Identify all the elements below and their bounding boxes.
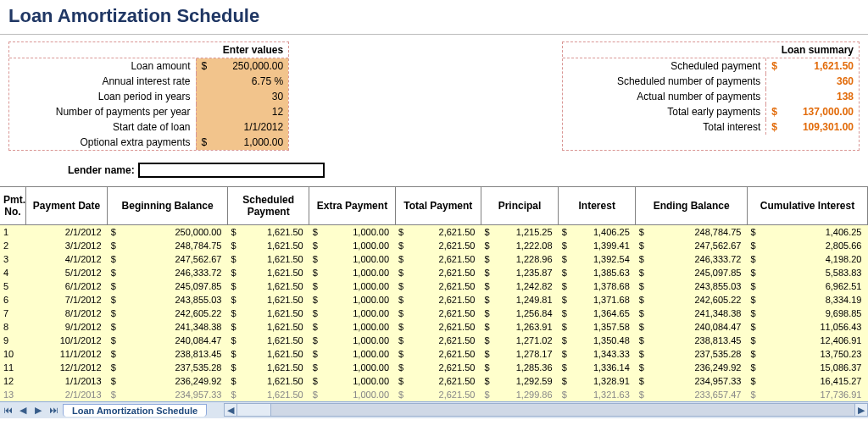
input-label: Loan period in years [9,89,196,104]
cell-end: $245,097.85 [636,266,748,279]
cell-extra: $1,000.00 [309,279,395,293]
lender-name-label: Lender name: [68,164,135,176]
payment-date: 10/1/2012 [25,334,107,347]
cell-beg: $234,957.33 [108,388,228,401]
cell-cum: $13,750.23 [748,347,868,361]
summary-value: 138 [782,89,859,104]
scroll-thumb[interactable] [237,404,271,416]
tab-nav-first[interactable]: ⏮ [0,405,15,415]
cell-prin: $1,299.86 [481,388,558,401]
cell-cum: $16,415.27 [748,374,868,388]
cell-total: $2,621.50 [395,293,481,307]
cell-cum: $6,962.51 [748,279,868,293]
summary-value: 137,000.00 [782,104,859,119]
cell-extra: $1,000.00 [309,266,395,279]
summary-label: Scheduled number of payments [563,74,766,89]
currency-symbol: $ [766,104,782,119]
input-value-cell[interactable]: 1,000.00 [212,135,288,150]
cell-extra: $1,000.00 [309,239,395,252]
cell-beg: $245,097.85 [108,279,228,293]
summary-value: 360 [782,74,859,89]
table-row: 45/1/2012 $246,333.72 $1,621.50 $1,000.0… [0,266,868,279]
pmt-no: 12 [0,374,25,388]
cell-int: $1,406.25 [559,225,636,239]
cell-extra: $1,000.00 [309,293,395,307]
column-header: Principal [481,187,558,225]
cell-beg: $250,000.00 [108,225,228,239]
input-label: Start date of loan [9,119,196,135]
payment-date: 3/1/2012 [25,239,107,252]
cell-prin: $1,285.36 [481,361,558,374]
currency-symbol: $ [196,135,212,150]
cell-int: $1,371.68 [559,293,636,307]
payment-date: 8/1/2012 [25,307,107,320]
cell-total: $2,621.50 [395,320,481,334]
cell-end: $240,084.47 [636,320,748,334]
column-header: Beginning Balance [108,187,228,225]
summary-value: 1,621.50 [782,58,859,74]
scroll-left-button[interactable]: ◀ [224,403,237,417]
payment-date: 4/1/2012 [25,252,107,266]
tab-nav-next[interactable]: ▶ [31,405,46,416]
cell-end: $237,535.28 [636,347,748,361]
lender-name-input[interactable] [138,163,325,178]
cell-cum: $17,736.91 [748,388,868,401]
cell-extra: $1,000.00 [309,374,395,388]
input-value-cell[interactable]: 12 [212,104,288,119]
cell-total: $2,621.50 [395,347,481,361]
cell-extra: $1,000.00 [309,388,395,401]
cell-int: $1,321.63 [559,388,636,401]
cell-beg: $238,813.45 [108,347,228,361]
cell-extra: $1,000.00 [309,361,395,374]
table-row: 56/1/2012 $245,097.85 $1,621.50 $1,000.0… [0,279,868,293]
cell-prin: $1,263.91 [481,320,558,334]
tab-nav-prev[interactable]: ◀ [15,405,31,416]
cell-int: $1,328.91 [559,374,636,388]
sheet-tab-bar: ⏮ ◀ ▶ ⏭ Loan Amortization Schedule ◀ ▶ [0,401,868,418]
input-label: Optional extra payments [9,135,196,150]
cell-sched: $1,621.50 [228,347,309,361]
payment-date: 7/1/2012 [25,293,107,307]
loan-summary-panel: Loan summary Scheduled payment$1,621.50S… [562,41,860,151]
cell-end: $242,605.22 [636,293,748,307]
tab-nav-last[interactable]: ⏭ [46,405,61,415]
payment-date: 1/1/2013 [25,374,107,388]
cell-total: $2,621.50 [395,374,481,388]
cell-end: $236,249.92 [636,361,748,374]
cell-sched: $1,621.50 [228,225,309,239]
cell-sched: $1,621.50 [228,279,309,293]
scroll-right-button[interactable]: ▶ [854,403,868,417]
cell-cum: $4,198.20 [748,252,868,266]
cell-int: $1,336.14 [559,361,636,374]
cell-extra: $1,000.00 [309,252,395,266]
cell-sched: $1,621.50 [228,320,309,334]
pmt-no: 3 [0,252,25,266]
currency-symbol [196,74,212,89]
cell-cum: $1,406.25 [748,225,868,239]
input-label: Annual interest rate [9,74,196,89]
cell-extra: $1,000.00 [309,320,395,334]
cell-total: $2,621.50 [395,361,481,374]
pmt-no: 1 [0,225,25,239]
table-row: 121/1/2013 $236,249.92 $1,621.50 $1,000.… [0,374,868,388]
cell-sched: $1,621.50 [228,266,309,279]
input-value-cell[interactable]: 250,000.00 [212,58,288,74]
cell-int: $1,392.54 [559,252,636,266]
table-row: 67/1/2012 $243,855.03 $1,621.50 $1,000.0… [0,293,868,307]
input-value-cell[interactable]: 1/1/2012 [212,119,288,135]
pmt-no: 7 [0,307,25,320]
column-header: Interest [559,187,636,225]
currency-symbol [196,104,212,119]
pmt-no: 6 [0,293,25,307]
cell-int: $1,343.33 [559,347,636,361]
sheet-tab[interactable]: Loan Amortization Schedule [63,404,207,417]
input-value-cell[interactable]: 30 [212,89,288,104]
amortization-table: Pmt. No.Payment DateBeginning BalanceSch… [0,186,868,401]
cell-int: $1,357.58 [559,320,636,334]
cell-int: $1,378.68 [559,279,636,293]
pmt-no: 2 [0,239,25,252]
horizontal-scrollbar[interactable]: ◀ ▶ [224,403,868,417]
cell-end: $233,657.47 [636,388,748,401]
input-value-cell[interactable]: 6.75 % [212,74,288,89]
cell-cum: $12,406.91 [748,334,868,347]
